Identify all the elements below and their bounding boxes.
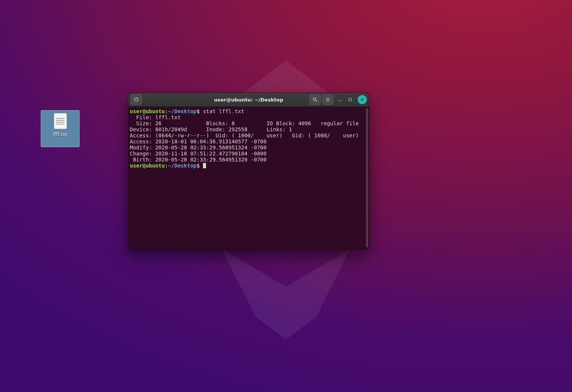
prompt-symbol: $ [197,108,200,114]
stat-line-modify: Modify: 2020-05-28 02:33:29.568951324 -0… [130,145,266,151]
search-button[interactable] [309,94,321,105]
terminal-body[interactable]: user@ubuntu:~/Desktop$ stat lffl.txt Fil… [128,107,369,249]
svg-marker-0 [237,60,335,98]
stat-line-birth: Birth: 2020-05-28 02:33:29.564951320 -07… [130,157,266,163]
text-file-icon [54,113,67,129]
close-button[interactable] [358,95,367,104]
prompt-user-host-2: user@ubuntu [130,163,165,169]
svg-marker-5 [222,249,286,317]
desktop-icon-lffl[interactable]: lffl.txt [41,110,80,147]
terminal-titlebar[interactable]: user@ubuntu: ~/Desktop [128,93,369,107]
svg-rect-19 [349,98,352,101]
stat-line-access: Access: 2020-10-01 06:04:36.913140577 -0… [130,138,266,145]
maximize-button[interactable] [346,95,355,104]
terminal-cursor [203,163,206,168]
minimize-button[interactable] [335,95,344,104]
desktop-icon-label: lffl.txt [53,131,67,137]
svg-marker-7 [256,287,316,340]
entered-command: stat lffl.txt [203,108,244,114]
desktop[interactable]: lffl.txt user@ubuntu: ~/Desktop [0,0,572,392]
terminal-window[interactable]: user@ubuntu: ~/Desktop user@ubuntu:~/Des… [128,93,369,249]
svg-rect-10 [134,98,138,101]
prompt-path-2: ~/Desktop [168,163,197,169]
stat-line-device: Device: 801h/2049d Inode: 292558 Links: … [130,126,292,132]
menu-button[interactable] [322,94,334,105]
prompt-symbol-2: $ [197,163,200,169]
stat-line-perm: Access: (0644/-rw-r--r--) Uid: ( 1000/ u… [130,132,359,138]
svg-marker-6 [286,249,350,317]
stat-line-size: Size: 26 Blocks: 8 IO Block: 4096 regula… [130,120,359,126]
stat-line-change: Change: 2020-11-18 07:51:22.472796104 -0… [130,151,266,157]
svg-line-14 [316,100,317,102]
prompt-user-host: user@ubuntu [130,108,165,114]
prompt-path: ~/Desktop [168,108,197,114]
terminal-scrollbar[interactable] [366,108,368,247]
svg-point-13 [313,98,316,100]
new-tab-button[interactable] [131,94,142,105]
stat-line-file: File: lffl.txt [130,114,181,120]
